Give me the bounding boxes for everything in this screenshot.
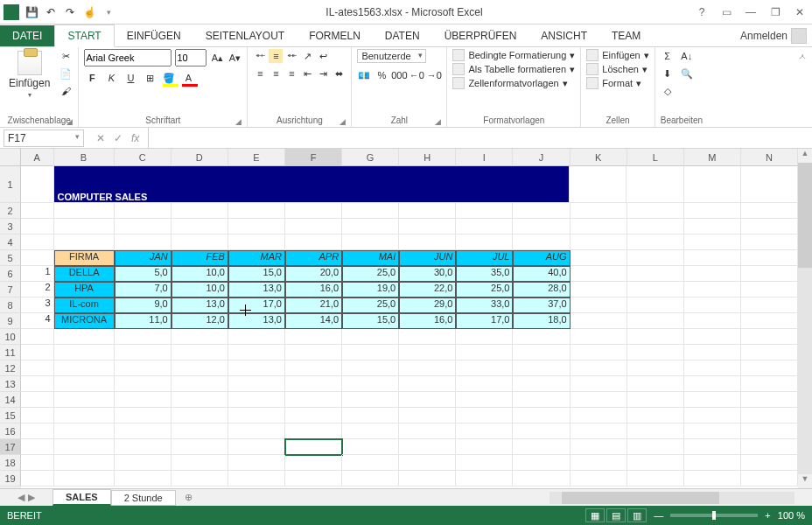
cell-H9[interactable]: 16,0	[399, 313, 456, 329]
cell-K12[interactable]	[570, 360, 627, 376]
cell-C7[interactable]: 7,0	[115, 282, 172, 298]
align-middle-icon[interactable]: ≡	[269, 49, 283, 63]
increase-font-icon[interactable]: A▴	[210, 51, 224, 65]
cell-M3[interactable]	[684, 219, 741, 234]
vscroll-thumb[interactable]	[798, 163, 812, 268]
cell-N2[interactable]	[741, 203, 798, 219]
cell-I17[interactable]	[456, 439, 513, 455]
cell-C15[interactable]	[115, 408, 172, 424]
cells-grid[interactable]: COMPUTER SALESFIRMAJANFEBMARAPRMAIJUNJUL…	[21, 166, 798, 486]
cell-B15[interactable]	[54, 408, 115, 424]
cell-F8[interactable]: 21,0	[285, 298, 342, 313]
align-right-icon[interactable]: ≡	[284, 66, 298, 80]
tab-page-layout[interactable]: SEITENLAYOUT	[193, 25, 297, 46]
cell-H2[interactable]	[399, 203, 456, 219]
cell-J8[interactable]: 37,0	[513, 298, 570, 313]
tab-nav-next-icon[interactable]: ▶	[28, 492, 35, 503]
cell-C14[interactable]	[115, 392, 172, 408]
cell-G3[interactable]	[342, 219, 399, 234]
cell-H16[interactable]	[399, 424, 456, 439]
find-select-icon[interactable]: 🔍	[680, 66, 694, 80]
clear-icon[interactable]: ◇	[661, 84, 675, 98]
cell-L4[interactable]	[627, 234, 684, 250]
cell-J12[interactable]	[513, 360, 570, 376]
tab-team[interactable]: Team	[599, 25, 653, 46]
cell-I19[interactable]	[456, 471, 513, 486]
page-layout-view-icon[interactable]: ▤	[606, 508, 626, 522]
row-header-12[interactable]: 12	[0, 360, 21, 376]
increase-decimal-icon[interactable]: ←0	[410, 68, 424, 82]
tab-file[interactable]: DATEI	[0, 25, 54, 46]
cell-D16[interactable]	[172, 424, 228, 439]
cell-H13[interactable]	[399, 376, 456, 392]
cell-D11[interactable]	[172, 345, 228, 360]
column-header-B[interactable]: B	[54, 149, 115, 166]
cell-K6[interactable]	[570, 266, 627, 282]
cell-N17[interactable]	[741, 439, 798, 455]
column-header-F[interactable]: F	[285, 149, 342, 166]
name-box[interactable]: F17▾	[4, 130, 84, 147]
cell-N9[interactable]	[741, 313, 798, 329]
cell-styles-button[interactable]: Zellenformatvorlagen ▾	[452, 77, 575, 89]
cell-L7[interactable]	[627, 282, 684, 298]
cell-M4[interactable]	[684, 234, 741, 250]
cell-C19[interactable]	[115, 471, 172, 486]
cell-J16[interactable]	[513, 424, 570, 439]
cell-K2[interactable]	[570, 203, 627, 219]
cell-E12[interactable]	[228, 360, 285, 376]
cell-M13[interactable]	[684, 376, 741, 392]
cell-D5[interactable]: FEB	[172, 250, 228, 266]
cell-B5[interactable]: FIRMA	[54, 250, 115, 266]
cell-D14[interactable]	[172, 392, 228, 408]
cell-K15[interactable]	[570, 408, 627, 424]
hscroll-thumb[interactable]	[562, 492, 719, 504]
cell-K9[interactable]	[570, 313, 627, 329]
sheet-tab-2stunde[interactable]: 2 Stunde	[111, 490, 176, 506]
cell-G15[interactable]	[342, 408, 399, 424]
cell-F19[interactable]	[285, 471, 342, 486]
cell-L8[interactable]	[627, 298, 684, 313]
cell-E16[interactable]	[228, 424, 285, 439]
format-cells-button[interactable]: Format ▾	[586, 77, 648, 89]
cell-I12[interactable]	[456, 360, 513, 376]
cell-G6[interactable]: 25,0	[342, 266, 399, 282]
cell-B10[interactable]	[54, 329, 115, 345]
cell-N3[interactable]	[741, 219, 798, 234]
number-format-select[interactable]: Benutzerde	[357, 49, 425, 63]
cell-K18[interactable]	[570, 455, 627, 471]
cell-B7[interactable]: HPA	[54, 282, 115, 298]
cell-F15[interactable]	[285, 408, 342, 424]
cell-E15[interactable]	[228, 408, 285, 424]
column-header-A[interactable]: A	[21, 149, 54, 166]
cell-D3[interactable]	[172, 219, 228, 234]
cell-B3[interactable]	[54, 219, 115, 234]
account-sign-in[interactable]: Anmelden	[735, 28, 812, 44]
row-header-8[interactable]: 8	[0, 298, 21, 313]
cell-B2[interactable]	[54, 203, 115, 219]
column-header-N[interactable]: N	[741, 149, 798, 166]
orientation-icon[interactable]: ↗	[300, 49, 314, 63]
cell-L12[interactable]	[627, 360, 684, 376]
touch-mode-icon[interactable]: ☝	[82, 5, 96, 19]
cell-L15[interactable]	[627, 408, 684, 424]
cell-A2[interactable]	[21, 203, 54, 219]
cell-N7[interactable]	[741, 282, 798, 298]
cell-K3[interactable]	[570, 219, 627, 234]
minimize-icon[interactable]: —	[742, 6, 760, 18]
cell-A3[interactable]	[21, 219, 54, 234]
dialog-launcher-icon[interactable]: ◢	[66, 117, 73, 126]
cell-I8[interactable]: 33,0	[456, 298, 513, 313]
cell-C6[interactable]: 5,0	[115, 266, 172, 282]
border-icon[interactable]: ⊞	[142, 70, 158, 86]
cell-M18[interactable]	[684, 455, 741, 471]
cell-L13[interactable]	[627, 376, 684, 392]
cell-G5[interactable]: MAI	[342, 250, 399, 266]
vertical-scrollbar[interactable]: ▲ ▼	[798, 149, 812, 488]
cell-B13[interactable]	[54, 376, 115, 392]
cell-L3[interactable]	[627, 219, 684, 234]
cell-K16[interactable]	[570, 424, 627, 439]
cell-E8[interactable]: 17,0	[228, 298, 285, 313]
cell-B4[interactable]	[54, 234, 115, 250]
cell-B8[interactable]: IL-com	[54, 298, 115, 313]
cell-J15[interactable]	[513, 408, 570, 424]
